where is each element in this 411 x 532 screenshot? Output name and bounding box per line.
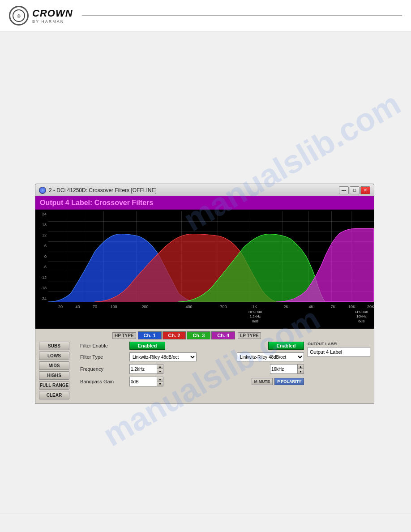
bandpass-gain-value[interactable]: 0dB bbox=[130, 377, 157, 386]
crown-logo-text: CROWN BY HARMAN bbox=[32, 8, 73, 24]
annotation-hplr: HPLR481.2kHz0dB bbox=[248, 310, 262, 324]
hp-freq-dn[interactable]: ▼ bbox=[157, 369, 163, 373]
x-label-1k: 1K bbox=[252, 305, 257, 309]
frequency-label: Frequency bbox=[78, 366, 128, 372]
bandpass-gain-controls: 0dB ▲ ▼ M MUTE bbox=[129, 377, 304, 386]
y-label-n12: -12 bbox=[41, 276, 47, 280]
bandpass-gain-row: Bandpass Gain 0dB ▲ ▼ M bbox=[78, 377, 304, 386]
lp-type-label: LP TYPE bbox=[238, 332, 261, 339]
y-label-0: 0 bbox=[44, 255, 47, 259]
x-label-100: 100 bbox=[110, 305, 117, 309]
y-label-n18: -18 bbox=[41, 286, 47, 290]
window-body: Output 4 Label: Crossover Filters 24 18 … bbox=[35, 196, 374, 404]
lp-freq-dn[interactable]: ▼ bbox=[297, 369, 304, 373]
hp-type-label: HP TYPE bbox=[112, 332, 136, 339]
bandpass-gain-spinners: ▲ ▼ bbox=[157, 377, 163, 386]
clear-button[interactable]: CLEAR bbox=[39, 391, 69, 399]
bandpass-gain-up[interactable]: ▲ bbox=[157, 377, 163, 382]
x-label-2k: 2K bbox=[283, 305, 288, 309]
lp-frequency-input: 16kHz ▲ ▼ bbox=[270, 364, 304, 374]
hp-enabled-button[interactable]: Enabled bbox=[129, 342, 165, 350]
x-label-400: 400 bbox=[185, 305, 192, 309]
lp-frequency-spinners: ▲ ▼ bbox=[297, 365, 304, 373]
x-label-10k: 10K bbox=[348, 305, 355, 309]
ch2-tab[interactable]: Ch. 2 bbox=[163, 331, 186, 339]
hp-filter-type-select[interactable]: Linkwitz-Riley 48dB/oct bbox=[129, 352, 197, 361]
brand-sub: BY HARMAN bbox=[32, 19, 73, 24]
window-title: 2 - DCi 41250D: Crossover Filters [OFFLI… bbox=[49, 187, 336, 193]
main-controls: Filter Enable Enabled Enabled Filter Typ… bbox=[78, 342, 304, 401]
brand-name: CROWN bbox=[32, 8, 73, 19]
x-label-7k: 7K bbox=[330, 305, 335, 309]
side-buttons: SUBS LOWS MIDS HIGHS FULL RANGE CLEAR bbox=[39, 342, 75, 401]
chart-svg bbox=[48, 211, 374, 302]
hp-frequency-spinners: ▲ ▼ bbox=[157, 365, 163, 373]
crown-logo: © CROWN BY HARMAN bbox=[9, 6, 73, 26]
x-label-20: 20 bbox=[58, 305, 63, 309]
y-label-12: 12 bbox=[42, 233, 47, 237]
x-label-4k: 4K bbox=[308, 305, 313, 309]
mute-button[interactable]: M MUTE bbox=[252, 378, 273, 385]
channel-tabs-row: HP TYPE Ch. 1 Ch. 2 Ch. 3 Ch. 4 LP TYPE bbox=[39, 331, 370, 339]
window-icon bbox=[39, 187, 46, 194]
y-axis: 24 18 12 6 0 -6 -12 -18 -24 bbox=[35, 211, 48, 302]
y-label-24: 24 bbox=[42, 212, 47, 216]
x-label-70: 70 bbox=[93, 305, 97, 309]
polarity-button[interactable]: P POLARITY bbox=[274, 378, 304, 385]
output-label-title: Output 4 Label: Crossover Filters bbox=[40, 199, 153, 206]
y-label-18: 18 bbox=[42, 223, 47, 227]
y-label-n6: -6 bbox=[43, 265, 47, 269]
x-label-700: 700 bbox=[220, 305, 227, 309]
filter-type-label: Filter Type bbox=[78, 354, 128, 360]
ch1-tab[interactable]: Ch. 1 bbox=[138, 331, 162, 339]
x-label-200: 200 bbox=[141, 305, 148, 309]
x-axis-inner: 20 40 70 100 200 400 700 1K 2K 4K 7K 10K… bbox=[60, 304, 374, 309]
svg-text:©: © bbox=[17, 14, 21, 19]
subs-button[interactable]: SUBS bbox=[39, 342, 69, 350]
full-range-button[interactable]: FULL RANGE bbox=[39, 381, 69, 390]
close-button[interactable]: ✕ bbox=[360, 186, 370, 194]
ch3-tab[interactable]: Ch. 3 bbox=[187, 331, 210, 339]
hp-frequency-value[interactable]: 1.2kHz bbox=[130, 365, 157, 373]
main-window: 2 - DCi 41250D: Crossover Filters [OFFLI… bbox=[35, 184, 374, 404]
x-axis: 20 40 70 100 200 400 700 1K 2K 4K 7K 10K… bbox=[35, 304, 374, 310]
p-icon: P bbox=[277, 379, 280, 384]
controls-inner: SUBS LOWS MIDS HIGHS FULL RANGE CLEAR Fi… bbox=[39, 342, 370, 401]
annotations-inner: HPLR481.2kHz0dB LPLR4816kHz0dB bbox=[60, 310, 374, 329]
bandpass-gain-input: 0dB ▲ ▼ bbox=[129, 377, 163, 386]
lows-button[interactable]: LOWS bbox=[39, 352, 69, 360]
titlebar-buttons: — □ ✕ bbox=[339, 186, 370, 194]
minimize-button[interactable]: — bbox=[339, 186, 349, 194]
m-icon: M bbox=[254, 379, 258, 384]
filter-enable-row: Filter Enable Enabled Enabled bbox=[78, 342, 304, 350]
lp-frequency-value[interactable]: 16kHz bbox=[270, 365, 297, 373]
lp-filter-type-select[interactable]: Linkwitz-Riley 48dB/oct bbox=[237, 352, 304, 361]
output-label-bar: Output 4 Label: Crossover Filters bbox=[35, 196, 374, 210]
output-label-input[interactable] bbox=[308, 347, 370, 357]
mids-button[interactable]: MIDS bbox=[39, 361, 69, 370]
lp-enabled-button[interactable]: Enabled bbox=[268, 342, 304, 350]
filter-enable-controls: Enabled Enabled bbox=[129, 342, 304, 350]
chart-area: 24 18 12 6 0 -6 -12 -18 -24 bbox=[35, 210, 374, 304]
highs-button[interactable]: HIGHS bbox=[39, 371, 69, 380]
filter-type-row: Filter Type Linkwitz-Riley 48dB/oct Link… bbox=[78, 352, 304, 361]
bottom-separator bbox=[0, 514, 411, 514]
hp-freq-up[interactable]: ▲ bbox=[157, 365, 163, 369]
lp-freq-up[interactable]: ▲ bbox=[297, 365, 304, 369]
chart-annotations: HPLR481.2kHz0dB LPLR4816kHz0dB bbox=[35, 310, 374, 329]
bandpass-gain-dn[interactable]: ▼ bbox=[157, 382, 163, 386]
output-label-container: OUTPUT LABEL bbox=[308, 342, 370, 357]
maximize-button[interactable]: □ bbox=[350, 186, 360, 194]
mute-label: MUTE bbox=[259, 379, 270, 384]
header: © CROWN BY HARMAN bbox=[0, 0, 411, 31]
output-label-section: OUTPUT LABEL bbox=[308, 342, 370, 401]
crown-logo-icon: © bbox=[9, 6, 29, 26]
frequency-row: Frequency 1.2kHz ▲ ▼ 16kH bbox=[78, 364, 304, 374]
header-divider bbox=[82, 15, 402, 16]
filter-type-controls: Linkwitz-Riley 48dB/oct Linkwitz-Riley 4… bbox=[129, 352, 304, 361]
frequency-controls: 1.2kHz ▲ ▼ 16kHz ▲ bbox=[129, 364, 304, 374]
y-label-n24: -24 bbox=[41, 297, 47, 301]
ch4-tab[interactable]: Ch. 4 bbox=[211, 331, 235, 339]
y-label-6: 6 bbox=[44, 244, 47, 248]
chart-inner bbox=[48, 211, 374, 302]
